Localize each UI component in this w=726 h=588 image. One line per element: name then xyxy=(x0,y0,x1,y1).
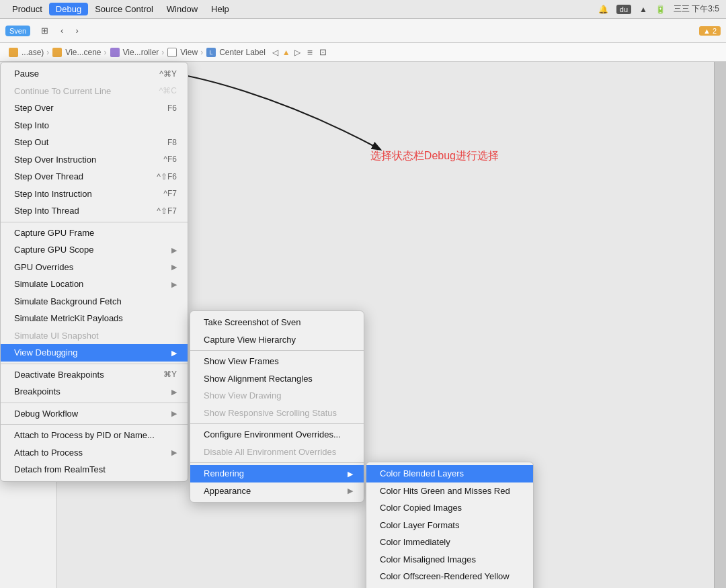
sep-3 xyxy=(1,403,188,403)
r-color-blended-label: Color Blended Layers xyxy=(380,467,464,480)
menu-item-gpu-overrides-label: GPU Overrides xyxy=(14,261,73,274)
main-area: 选择状态栏Debug进行选择 Pause ^⌘Y Continue To Cur… xyxy=(0,62,726,588)
menubar-debug[interactable]: Debug xyxy=(49,3,88,15)
sep-1 xyxy=(1,222,188,222)
menu-item-step-into[interactable]: Step Into xyxy=(1,117,188,134)
arrow-icon-3: ▶ xyxy=(171,279,177,290)
wifi-icon: ▲ xyxy=(639,5,647,14)
menubar-source-control[interactable]: Source Control xyxy=(88,3,160,15)
menu-item-simulate-location[interactable]: Simulate Location ▶ xyxy=(1,276,188,293)
vd-rendering[interactable]: Rendering ▶ xyxy=(190,465,364,482)
menubar-help[interactable]: Help xyxy=(204,3,236,15)
menu-item-step-over-thread[interactable]: Step Over Thread ^⇧F6 xyxy=(1,168,188,185)
menu-item-attach-pid[interactable]: Attach to Process by PID or Name... xyxy=(1,427,188,444)
r-color-copied[interactable]: Color Copied Images xyxy=(366,499,533,517)
r-color-offscreen-label: Color Offscreen-Rendered Yellow xyxy=(380,570,510,583)
menu-item-step-over-label: Step Over xyxy=(14,101,54,115)
menu-item-step-over[interactable]: Step Over F6 xyxy=(1,99,188,117)
menu-item-step-out[interactable]: Step Out F8 xyxy=(1,134,188,151)
menu-item-simulate-metrickit[interactable]: Simulate MetricKit Payloads xyxy=(1,310,188,327)
menu-item-step-into-thread[interactable]: Step Into Thread ^⇧F7 xyxy=(1,202,188,220)
vd-screenshot-label: Take Screenshot of Sven xyxy=(204,316,301,329)
r-color-immediately-label: Color Immediately xyxy=(380,536,450,549)
breadcrumb-item-1[interactable]: ...ase) xyxy=(22,48,44,57)
vd-show-alignment-label: Show Alignment Rectangles xyxy=(204,372,313,386)
menu-item-continue-label: Continue To Current Line xyxy=(14,85,111,98)
nav-prev-btn[interactable]: ‹ xyxy=(56,24,67,37)
menu-item-attach-process[interactable]: Attach to Process ▶ xyxy=(1,444,188,462)
breadcrumb-bar: ...ase) › Vie...cene › Vie...roller › Vi… xyxy=(0,43,726,62)
vd-sep-1 xyxy=(190,350,364,351)
vd-configure-env[interactable]: Configure Environment Overrides... xyxy=(190,426,364,444)
breadcrumb-item-5[interactable]: Center Label xyxy=(219,48,266,57)
menu-item-view-debugging[interactable]: View Debugging ▶ xyxy=(1,344,188,362)
menu-item-pause[interactable]: Pause ^⌘Y xyxy=(1,65,188,83)
content-area: 选择状态栏Debug进行选择 Pause ^⌘Y Continue To Cur… xyxy=(57,62,714,588)
toolbar: Sven ⊞ ‹ › ▲ 2 xyxy=(0,19,726,43)
breadcrumb-right-arrow: ▷ xyxy=(294,48,300,57)
menu-item-detach[interactable]: Detach from RealmTest xyxy=(1,461,188,478)
vd-show-drawing: Show View Drawing xyxy=(190,387,364,405)
nav-grid-btn[interactable]: ⊞ xyxy=(37,24,52,37)
vd-disable-env: Disable All Environment Overrides xyxy=(190,444,364,461)
vd-capture-hierarchy[interactable]: Capture View Hierarchy xyxy=(190,331,364,349)
vd-show-frames[interactable]: Show View Frames xyxy=(190,353,364,370)
menubar-product[interactable]: Product xyxy=(5,3,49,15)
right-panel xyxy=(714,62,726,588)
view-debugging-menu: Take Screenshot of Sven Capture View Hie… xyxy=(190,310,364,503)
menu-item-simulate-metrickit-label: Simulate MetricKit Payloads xyxy=(14,312,123,325)
r-color-misaligned-label: Color Misaligned Images xyxy=(380,553,476,566)
menu-item-step-over-instr[interactable]: Step Over Instruction ^F6 xyxy=(1,151,188,169)
breadcrumb-item-2[interactable]: Vie...cene xyxy=(65,48,101,57)
toolbar-avatar[interactable]: Sven xyxy=(5,26,30,36)
menu-item-simulate-bg-fetch[interactable]: Simulate Background Fetch xyxy=(1,293,188,310)
menu-item-deactivate-bp[interactable]: Deactivate Breakpoints ⌘Y xyxy=(1,366,188,384)
menu-item-simulate-bg-fetch-label: Simulate Background Fetch xyxy=(14,295,122,308)
r-color-compositing[interactable]: Color Compositing Fast-Path Blue xyxy=(366,585,533,589)
breadcrumb-split-icon: ⊡ xyxy=(319,47,327,57)
menu-item-breakpoints[interactable]: Breakpoints ▶ xyxy=(1,383,188,401)
vd-screenshot[interactable]: Take Screenshot of Sven xyxy=(190,314,364,331)
arrow-icon-6: ▶ xyxy=(171,408,177,419)
breadcrumb-sep-3: › xyxy=(161,48,164,57)
breadcrumb-item-3[interactable]: Vie...roller xyxy=(123,48,159,57)
vd-appearance-label: Appearance xyxy=(204,485,251,498)
r-color-immediately[interactable]: Color Immediately xyxy=(366,534,533,551)
menu-item-continue: Continue To Current Line ^⌘C xyxy=(1,83,188,100)
r-color-hits-green[interactable]: Color Hits Green and Misses Red xyxy=(366,482,533,500)
menu-item-capture-gpu-scope[interactable]: Capture GPU Scope ▶ xyxy=(1,241,188,259)
menubar-right: 🔔 du ▲ 🔋 三三 下午3:5 xyxy=(597,3,721,15)
r-color-layer[interactable]: Color Layer Formats xyxy=(366,517,533,534)
breadcrumb-icon-3 xyxy=(110,48,120,57)
notification-icon: 🔔 xyxy=(598,5,608,14)
vd-show-frames-label: Show View Frames xyxy=(204,355,279,368)
breadcrumb-list-icon: ≡ xyxy=(307,47,313,58)
menubar-window[interactable]: Window xyxy=(160,3,204,15)
menu-item-step-over-thread-label: Step Over Thread xyxy=(14,170,83,183)
arrow-icon-rendering: ▶ xyxy=(348,468,353,480)
menu-item-step-into-instr[interactable]: Step Into Instruction ^F7 xyxy=(1,185,188,203)
breadcrumb-icon-4 xyxy=(167,48,177,57)
menu-item-deactivate-bp-label: Deactivate Breakpoints xyxy=(14,368,104,382)
r-color-layer-label: Color Layer Formats xyxy=(380,519,459,532)
vd-appearance[interactable]: Appearance ▶ xyxy=(190,482,364,500)
menu-item-debug-workflow[interactable]: Debug Workflow ▶ xyxy=(1,405,188,423)
r-color-offscreen[interactable]: Color Offscreen-Rendered Yellow xyxy=(366,568,533,585)
sep-4 xyxy=(1,424,188,425)
avatar-badge: du xyxy=(616,5,631,14)
menu-item-breakpoints-label: Breakpoints xyxy=(14,385,61,398)
vd-show-responsive: Show Responsive Scrolling Status xyxy=(190,405,364,422)
vd-show-alignment[interactable]: Show Alignment Rectangles xyxy=(190,370,364,388)
breadcrumb-item-4[interactable]: View xyxy=(180,48,198,57)
menu-item-gpu-overrides[interactable]: GPU Overrides ▶ xyxy=(1,259,188,276)
r-color-blended[interactable]: Color Blended Layers xyxy=(366,465,533,482)
breadcrumb-icon-1 xyxy=(9,48,18,57)
nav-next-btn[interactable]: › xyxy=(71,24,82,37)
vd-sep-2 xyxy=(190,423,364,424)
r-color-misaligned[interactable]: Color Misaligned Images xyxy=(366,551,533,569)
menu-item-step-into-thread-label: Step Into Thread xyxy=(14,204,79,218)
menu-item-capture-gpu-label: Capture GPU Frame xyxy=(14,226,94,240)
menu-item-attach-pid-label: Attach to Process by PID or Name... xyxy=(14,429,155,442)
menu-item-capture-gpu[interactable]: Capture GPU Frame xyxy=(1,224,188,242)
arrow-icon-appearance: ▶ xyxy=(348,485,353,497)
